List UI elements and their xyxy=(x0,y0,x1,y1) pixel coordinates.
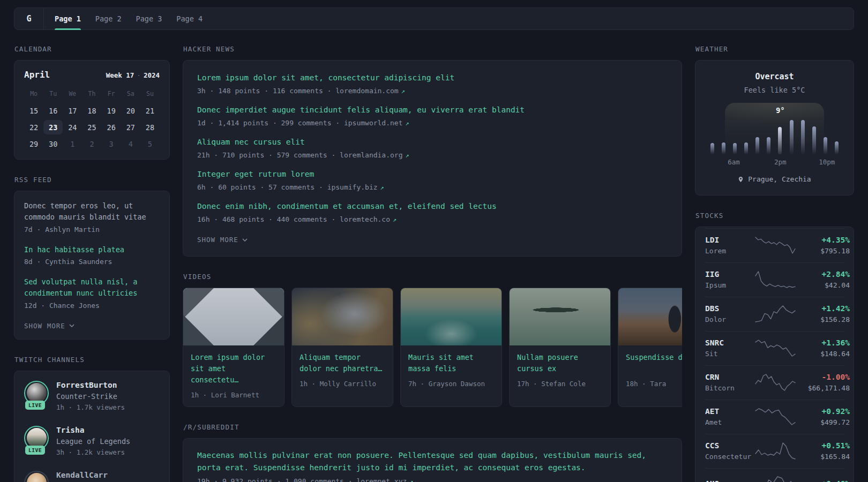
calendar-day: 26 xyxy=(102,120,121,134)
videos-widget: VIDEOS Lorem ipsum dolor sit amet consec… xyxy=(183,273,682,407)
external-link-icon[interactable]: ↗ xyxy=(380,184,384,191)
video-thumbnail[interactable] xyxy=(618,288,682,345)
stock-name: Amet xyxy=(705,418,754,426)
right-column: WEATHER Overcast Feels like 5°C 9° 6am2p… xyxy=(695,45,854,482)
channel-name: KendallCarr xyxy=(56,471,108,479)
stock-row[interactable]: AHS +0.46% xyxy=(705,468,844,482)
video-title[interactable]: Mauris sit amet massa felis xyxy=(408,352,494,374)
widget-title-calendar: CALENDAR xyxy=(14,45,170,53)
video-thumbnail[interactable] xyxy=(510,288,610,345)
stock-ticker: LDI xyxy=(705,236,754,244)
page-tab[interactable]: Page 3 xyxy=(136,8,162,29)
calendar-grid: MoTuWeThFrSaSu 1516171819202122232425262… xyxy=(24,88,160,151)
hackernews-meta-text: 3h · 148 points · 116 comments · loremdo… xyxy=(197,87,399,95)
hackernews-show-more-button[interactable]: SHOW MORE xyxy=(197,236,248,244)
stock-row[interactable]: CRN Bitcorn -1.00% $66,171.48 xyxy=(705,365,844,400)
show-more-label: SHOW MORE xyxy=(197,236,238,244)
stock-change: +1.36% xyxy=(796,338,850,347)
widget-title-hackernews: HACKER NEWS xyxy=(183,45,682,53)
weather-widget: WEATHER Overcast Feels like 5°C 9° 6am2p… xyxy=(695,45,854,195)
weather-bar xyxy=(733,143,737,154)
calendar-day: 2 xyxy=(82,137,101,151)
hackernews-item-title[interactable]: Donec enim nibh, condimentum et accumsan… xyxy=(197,200,668,212)
video-title[interactable]: Aliquam tempor dolor nec pharetra… xyxy=(300,352,385,374)
stock-name: Ipsum xyxy=(705,281,754,289)
weather-time-label: 10pm xyxy=(819,158,835,166)
page-tab[interactable]: Page 2 xyxy=(95,8,122,29)
twitch-widget: TWITCH CHANNELS LIVE xyxy=(14,356,170,482)
stock-name: Dolor xyxy=(705,315,754,323)
video-body: Mauris sit amet massa felis 7h · Grayson… xyxy=(401,345,502,395)
calendar-card: April Week 17·2024 MoTuWeThFrSaSu 151617… xyxy=(14,60,170,160)
video-meta: 1h · Lori Barnett xyxy=(191,391,276,399)
stock-row[interactable]: IIG Ipsum +2.84% $42.04 xyxy=(705,262,844,297)
stock-change: +1.42% xyxy=(796,304,850,313)
calendar-day: 3 xyxy=(102,137,121,151)
hackernews-item-title[interactable]: Donec imperdiet augue tincidunt felis al… xyxy=(197,104,668,116)
stock-name: Sit xyxy=(705,350,754,358)
video-thumbnail[interactable] xyxy=(292,288,393,345)
external-link-icon[interactable]: ↗ xyxy=(409,478,413,482)
stock-row[interactable]: SNRC Sit +1.36% $148.64 xyxy=(705,331,844,365)
hackernews-item-title[interactable]: Integer eget rutrum lorem xyxy=(197,168,668,180)
stock-values: +0.46% xyxy=(796,479,850,482)
channel-info: ForrestBurton Counter-Strike 1h · 1.7k v… xyxy=(56,381,125,411)
rss-item-title[interactable]: In hac habitasse platea xyxy=(24,244,160,255)
channel-name: ForrestBurton xyxy=(56,381,125,389)
video-meta: 18h · Tara xyxy=(626,380,682,388)
weather-bar xyxy=(812,126,816,154)
app-logo[interactable]: G xyxy=(14,8,43,29)
weather-time-label: 6am xyxy=(728,158,740,166)
video-title[interactable]: Suspendisse diam xyxy=(626,352,682,374)
calendar-year: 2024 xyxy=(144,71,160,79)
video-body: Suspendisse diam 18h · Tara xyxy=(618,345,682,395)
twitch-channel-row[interactable]: LIVE ForrestBurton Counter-Strike 1h · 1… xyxy=(24,381,160,411)
rss-widget: RSS FEED Donec tempor eros leo, ut commo… xyxy=(14,176,170,340)
video-title[interactable]: Lorem ipsum dolor sit amet consectetu… xyxy=(191,352,276,386)
twitch-channel-row[interactable]: KendallCarr xyxy=(24,471,160,482)
video-meta: 1h · Molly Carrillo xyxy=(300,380,385,388)
widget-title-stocks: STOCKS xyxy=(695,212,854,220)
hackernews-meta-text: 21h · 710 points · 579 comments · loreml… xyxy=(197,151,403,159)
subreddit-post-title[interactable]: Maecenas mollis pulvinar erat non posuer… xyxy=(197,449,668,474)
page-tab[interactable]: Page 1 xyxy=(55,8,81,29)
hackernews-item-title[interactable]: Lorem ipsum dolor sit amet, consectetur … xyxy=(197,72,668,84)
video-thumbnail[interactable] xyxy=(401,288,502,345)
video-thumbnail[interactable] xyxy=(183,288,284,345)
channel-name: Trisha xyxy=(56,426,130,434)
hackernews-item-title[interactable]: Aliquam nec cursus elit xyxy=(197,136,668,148)
rss-item-title[interactable]: Sed volutpat nulla nisl, a condimentum n… xyxy=(24,276,160,299)
stock-ticker: SNRC xyxy=(705,338,754,347)
rss-show-more-button[interactable]: SHOW MORE xyxy=(24,322,74,330)
stock-row[interactable]: AET Amet +0.92% $499.72 xyxy=(705,400,844,434)
external-link-icon[interactable]: ↗ xyxy=(393,216,396,223)
stock-sparkline xyxy=(754,270,796,289)
external-link-icon[interactable]: ↗ xyxy=(406,119,409,127)
stock-sparkline xyxy=(754,305,796,323)
twitch-channel-row[interactable]: LIVE Trisha League of Legends 3h · 1.2k … xyxy=(24,426,160,456)
calendar-weekday: Th xyxy=(82,88,101,101)
stock-ticker: CCS xyxy=(705,441,754,450)
chevron-down-icon xyxy=(242,238,248,242)
weather-bar xyxy=(835,141,839,154)
calendar-month: April xyxy=(24,70,50,80)
nav-divider xyxy=(43,8,44,29)
page-tab[interactable]: Page 4 xyxy=(176,8,203,29)
widget-title-subreddit: /R/SUBREDDIT xyxy=(183,423,682,431)
external-link-icon[interactable]: ↗ xyxy=(401,87,405,95)
hackernews-meta-text: 6h · 60 points · 57 comments · ipsumify.… xyxy=(197,183,378,191)
hackernews-meta-text: 16h · 468 points · 440 comments · loremt… xyxy=(197,215,390,223)
stock-row[interactable]: LDI Lorem +4.35% $795.18 xyxy=(705,228,844,262)
live-badge: LIVE xyxy=(25,401,45,410)
stock-price: $795.18 xyxy=(796,247,850,255)
calendar-weekday: Fr xyxy=(102,88,121,101)
stock-row[interactable]: CCS Consectetur +0.51% $165.84 xyxy=(705,434,844,468)
stock-row[interactable]: DBS Dolor +1.42% $156.28 xyxy=(705,297,844,331)
weather-bar xyxy=(722,142,725,154)
calendar-day: 16 xyxy=(43,103,63,118)
weather-bar xyxy=(710,143,714,154)
video-title[interactable]: Nullam posuere cursus ex xyxy=(517,352,603,374)
rss-item-title[interactable]: Donec tempor eros leo, ut commodo mauris… xyxy=(24,200,160,223)
external-link-icon[interactable]: ↗ xyxy=(406,152,409,159)
subreddit-widget: /R/SUBREDDIT Maecenas mollis pulvinar er… xyxy=(183,423,682,482)
